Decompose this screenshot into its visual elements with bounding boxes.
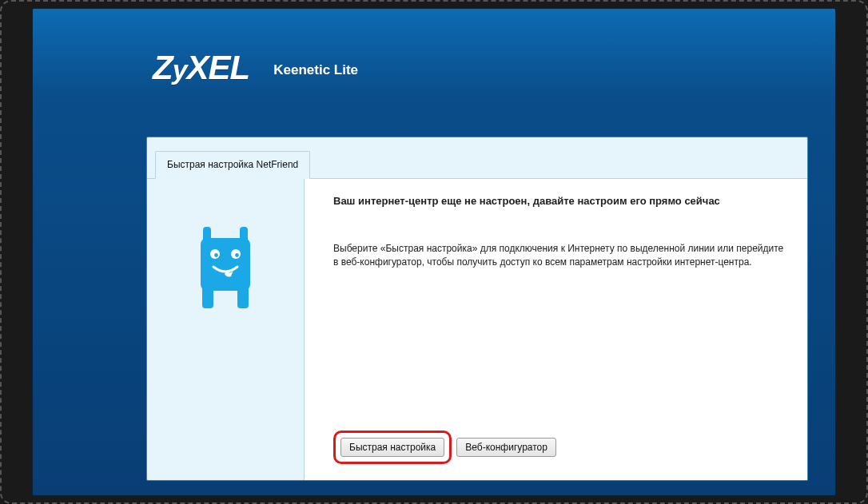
svg-point-8 <box>235 253 239 257</box>
tab-quick-setup[interactable]: Быстрая настройка NetFriend <box>155 151 310 179</box>
screenshot-frame: ZyXEL Keenetic Lite Быстрая настройка Ne… <box>0 0 868 504</box>
svg-rect-3 <box>202 286 213 308</box>
main-panel-wrap: Быстрая настройка NetFriend <box>146 137 808 481</box>
highlight-annotation: Быстрая настройка <box>333 431 452 464</box>
content-paragraph: Выберите «Быстрая настройка» для подключ… <box>333 242 785 270</box>
quick-setup-button[interactable]: Быстрая настройка <box>340 438 444 457</box>
action-bar: Быстрая настройка Веб-конфигуратор <box>333 431 785 467</box>
svg-rect-4 <box>237 286 249 308</box>
tab-label: Быстрая настройка NetFriend <box>167 159 298 170</box>
web-configurator-button[interactable]: Веб-конфигуратор <box>456 438 556 457</box>
side-illustration-pane <box>147 179 304 480</box>
router-admin-window: ZyXEL Keenetic Lite Быстрая настройка Ne… <box>32 8 836 496</box>
svg-rect-2 <box>201 238 250 291</box>
main-panel: Быстрая настройка NetFriend <box>146 137 808 481</box>
brand-logo: ZyXEL <box>153 49 249 87</box>
content-pane: Ваш интернет-центр еще не настроен, дава… <box>304 179 807 480</box>
product-name: Keenetic Lite <box>273 62 358 78</box>
content-heading: Ваш интернет-центр еще не настроен, дава… <box>333 195 785 207</box>
tab-bar: Быстрая настройка NetFriend <box>147 137 807 179</box>
panel-body: Ваш интернет-центр еще не настроен, дава… <box>147 179 807 480</box>
svg-point-7 <box>214 253 218 257</box>
header: ZyXEL Keenetic Lite <box>33 9 835 127</box>
mascot-icon <box>196 227 255 308</box>
